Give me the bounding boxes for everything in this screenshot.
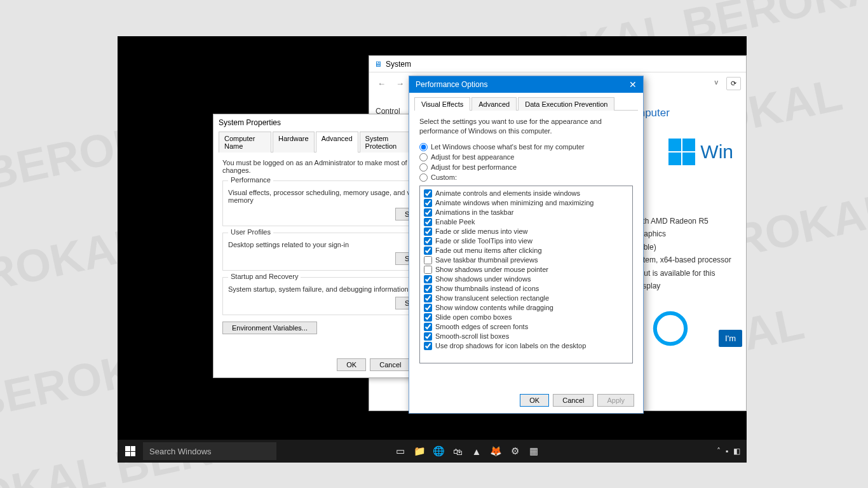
check-option-10[interactable]: Show thumbnails instead of icons [424,284,628,294]
radio-label: Adjust for best appearance [431,153,514,161]
radio-option-0[interactable]: Let Windows choose what's best for my co… [419,143,633,151]
visual-effects-list[interactable]: Animate controls and elements inside win… [419,186,633,363]
radio-label: Adjust for best performance [431,163,517,171]
checkbox-input[interactable] [424,199,432,207]
vlc-icon[interactable]: ▲ [467,440,486,463]
network-icon[interactable]: ◧ [733,447,740,456]
radio-option-2[interactable]: Adjust for best performance [419,163,633,172]
check-option-7[interactable]: Save taskbar thumbnail previews [424,255,628,265]
system-title-text: System [386,60,411,69]
radio-input[interactable] [419,153,428,161]
firefox-icon[interactable]: 🦊 [486,440,505,463]
radio-input[interactable] [419,143,428,151]
checkbox-input[interactable] [424,247,432,255]
checkbox-input[interactable] [424,275,432,283]
store-icon[interactable]: 🛍 [448,440,467,463]
checkbox-input[interactable] [424,208,432,217]
check-option-12[interactable]: Show window contents while dragging [424,303,628,313]
checkbox-label: Slide open combo boxes [435,313,512,321]
nav-back-icon[interactable]: ← [374,78,389,90]
perfopt-cancel-button[interactable]: Cancel [553,394,593,407]
check-option-4[interactable]: Fade or slide menus into view [424,227,628,236]
check-option-3[interactable]: Enable Peek [424,217,628,227]
settings-icon[interactable]: ⚙ [505,440,524,463]
tab-visual-effects[interactable]: Visual Effects [414,97,470,111]
checkbox-input[interactable] [424,323,432,331]
refresh-icon[interactable]: ⟳ [726,77,741,90]
radio-label: Let Windows choose what's best for my co… [431,143,585,151]
checkbox-input[interactable] [424,218,432,226]
perfopt-apply-button[interactable]: Apply [597,394,634,407]
task-view-icon[interactable]: ▭ [391,440,410,463]
cortana-tip[interactable]: I'm [719,330,742,347]
view-dropdown[interactable]: v [715,78,719,86]
check-option-2[interactable]: Animations in the taskbar [424,208,628,217]
checkbox-label: Use drop shadows for icon labels on the … [435,342,586,349]
check-option-6[interactable]: Fade out menu items after clicking [424,246,628,255]
taskbar-apps: ▭ 📁 🌐 🛍 ▲ 🦊 ⚙ ▦ [391,440,543,463]
nav-fwd-icon[interactable]: → [393,78,407,90]
checkbox-input[interactable] [424,294,432,302]
start-button[interactable] [118,440,143,463]
check-option-11[interactable]: Show translucent selection rectangle [424,294,628,303]
check-option-1[interactable]: Animate windows when minimizing and maxi… [424,198,628,208]
perfopt-title-text: Performance Options [416,80,487,89]
system-tray[interactable]: ˄ ▪ ◧ [717,447,747,456]
spec-line-1: with AMD Radeon R5 Graphics [635,215,737,241]
check-option-8[interactable]: Show shadows under mouse pointer [424,265,628,274]
sysprops-cancel-button[interactable]: Cancel [370,358,410,371]
checkbox-label: Fade out menu items after clicking [435,247,542,254]
checkbox-input[interactable] [424,189,432,198]
radio-option-3[interactable]: Custom: [419,173,633,182]
radio-input[interactable] [419,163,428,172]
check-option-16[interactable]: Use drop shadows for icon labels on the … [424,341,628,351]
tray-chevron-icon[interactable]: ˄ [717,447,721,456]
user-profiles-label: User Profiles [228,228,273,236]
tab-dep[interactable]: Data Execution Prevention [518,97,614,111]
checkbox-label: Smooth edges of screen fonts [435,323,528,330]
checkbox-input[interactable] [424,237,432,245]
check-option-5[interactable]: Fade or slide ToolTips into view [424,236,628,246]
performance-label: Performance [228,176,273,184]
checkbox-input[interactable] [424,332,432,341]
search-placeholder: Search Windows [149,447,212,456]
check-option-9[interactable]: Show shadows under windows [424,274,628,284]
battery-icon[interactable]: ▪ [726,447,728,456]
search-input[interactable]: Search Windows [143,442,276,460]
checkbox-input[interactable] [424,285,432,293]
file-explorer-icon[interactable]: 📁 [410,440,429,463]
checkbox-input[interactable] [424,227,432,236]
environment-variables-button[interactable]: Environment Variables... [222,322,317,334]
perfopt-ok-button[interactable]: OK [520,394,549,407]
checkbox-label: Show thumbnails instead of icons [435,285,539,292]
check-option-13[interactable]: Slide open combo boxes [424,313,628,322]
spec-line-2: sable) [635,241,737,254]
edge-icon[interactable]: 🌐 [429,440,448,463]
system-icon: 🖥 [374,60,382,69]
performance-options-dialog: Performance Options ✕ Visual Effects Adv… [409,76,644,414]
check-option-0[interactable]: Animate controls and elements inside win… [424,189,628,198]
checkbox-input[interactable] [424,342,432,350]
radio-group: Let Windows choose what's best for my co… [419,143,633,182]
windows-logo-icon [668,139,695,165]
check-option-14[interactable]: Smooth edges of screen fonts [424,322,628,332]
app-icon[interactable]: ▦ [524,440,543,463]
tab-advanced[interactable]: Advanced [316,132,358,152]
checkbox-input[interactable] [424,304,432,312]
tab-hardware[interactable]: Hardware [273,132,315,152]
checkbox-input[interactable] [424,313,432,322]
radio-input[interactable] [419,173,428,182]
close-icon[interactable]: ✕ [629,79,637,90]
tab-advanced-perf[interactable]: Advanced [471,97,517,111]
radio-label: Custom: [431,173,457,181]
sysprops-ok-button[interactable]: OK [337,358,366,371]
windows-brand: Win [668,139,733,165]
checkbox-input[interactable] [424,266,432,274]
check-option-15[interactable]: Smooth-scroll list boxes [424,332,628,341]
spec-line-4: nput is available for this Display [635,267,737,293]
tab-computer-name[interactable]: Computer Name [219,132,271,152]
radio-option-1[interactable]: Adjust for best appearance [419,153,633,161]
checkbox-input[interactable] [424,256,432,264]
tab-system-protection[interactable]: System Protection [360,132,417,152]
taskbar: Search Windows ▭ 📁 🌐 🛍 ▲ 🦊 ⚙ ▦ ˄ ▪ ◧ [118,440,747,463]
